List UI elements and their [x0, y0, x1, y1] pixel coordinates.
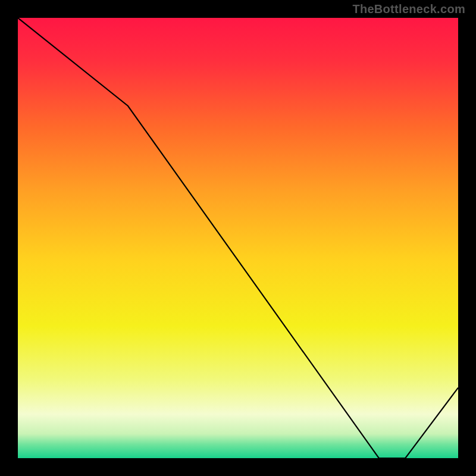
watermark-text: TheBottleneck.com [352, 2, 465, 16]
chart-frame: TheBottleneck.com [0, 0, 476, 476]
chart-svg [18, 18, 458, 458]
plot-area [18, 18, 458, 458]
gradient-bg [18, 18, 458, 458]
